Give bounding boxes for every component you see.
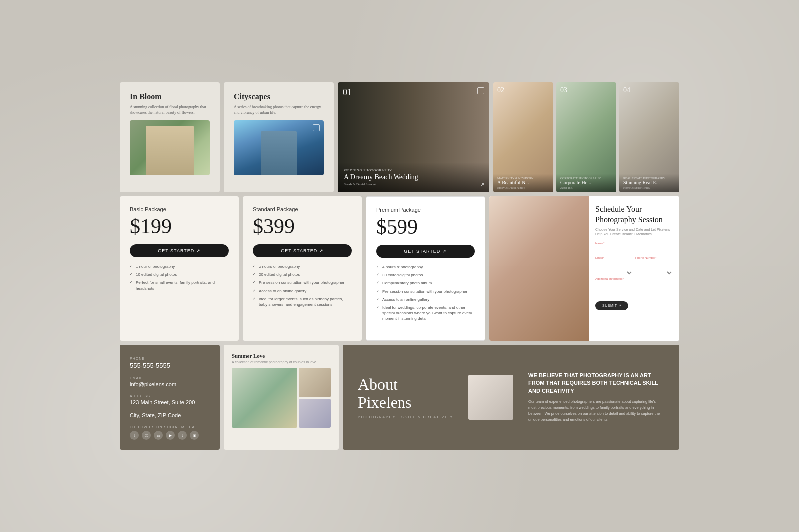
additional-textarea[interactable]	[595, 280, 673, 295]
pricing-premium: Premium Package $599 GET STARTED ↗ 4 hou…	[366, 196, 485, 341]
youtube-icon[interactable]: ▶	[166, 431, 175, 440]
about-image	[468, 375, 513, 420]
schedule-title: Schedule Your Photography Session	[595, 204, 673, 225]
photo-card-04: 04 Real Estate Photography Stunning Real…	[619, 82, 679, 192]
wedding-number: 01	[343, 87, 352, 98]
row3: PHONE 555-555-5555 EMAIL info@pixelens.c…	[120, 345, 679, 450]
bloom-image	[130, 120, 210, 175]
about-headline: WE BELIEVE THAT PHOTOGRAPHY IS AN ART FR…	[528, 372, 664, 395]
premium-feature-4: Pre-session consultation with your photo…	[376, 289, 475, 294]
premium-features: 4 hours of photography 30 edited digital…	[376, 265, 475, 322]
standard-features: 2 hours of photography 20 edited digital…	[253, 264, 352, 307]
about-body: Our team of experienced photographers ar…	[528, 399, 664, 423]
photo-04-title: Stunning Real E...	[623, 180, 675, 186]
premium-feature-3: Complimentary photo album	[376, 280, 475, 286]
about-text-left: AboutPixelens PHOTOGRAPHY · SKILL & CREA…	[358, 376, 453, 418]
summer-main-photo	[232, 368, 297, 428]
city-title: Cityscapes	[234, 92, 324, 101]
basic-feature-1: 1 hour of photography	[130, 264, 229, 269]
basic-feature-3: Perfect for small events, family portrai…	[130, 280, 229, 291]
email-phone-row: Email* Phone Number*	[595, 256, 673, 268]
card-bloom: In Bloom A stunning collection of floral…	[120, 82, 220, 192]
row2: Basic Package $199 GET STARTED ↗ 1 hour …	[120, 196, 679, 341]
basic-price: $199	[130, 214, 229, 238]
phone-input[interactable]	[635, 262, 673, 268]
schedule-card: Schedule Your Photography Session Choose…	[489, 196, 679, 341]
pricing-basic: Basic Package $199 GET STARTED ↗ 1 hour …	[120, 196, 239, 341]
pinterest-icon[interactable]: ◉	[190, 431, 199, 440]
arrow-icon[interactable]: ↗	[480, 182, 484, 187]
standard-label: Standard Package	[253, 206, 352, 212]
address-label: ADDRESS	[130, 394, 210, 398]
photo-card-03: 03 Corporate Photography Corporate He...…	[556, 82, 616, 192]
email-input[interactable]	[595, 262, 633, 268]
basic-cta-button[interactable]: GET STARTED ↗	[130, 244, 229, 257]
premium-price: $599	[376, 215, 475, 239]
social-row: f ◎ in ▶ t ◉	[130, 431, 210, 440]
facebook-icon[interactable]: f	[130, 431, 139, 440]
wedding-type: Wedding Photography	[344, 168, 483, 172]
email-label: Email*	[595, 256, 633, 259]
photo-04-num: 04	[623, 86, 630, 94]
row1: In Bloom A stunning collection of floral…	[120, 82, 679, 192]
photo-02-client: Emily & David Family	[497, 186, 549, 189]
wedding-client: Sarah & David Stewart	[344, 182, 483, 186]
bloom-description: A stunning collection of floral photogra…	[130, 104, 210, 115]
expand-icon[interactable]	[313, 124, 320, 131]
city-description: A series of breathtaking photos that cap…	[234, 104, 324, 115]
premium-feature-1: 4 hours of photography	[376, 265, 475, 270]
instagram-icon[interactable]: ◎	[142, 431, 151, 440]
linkedin-icon[interactable]: in	[154, 431, 163, 440]
service-select[interactable]	[595, 270, 633, 275]
summer-photo-3	[299, 399, 331, 428]
address-line1: 123 Main Street, Suite 200	[130, 399, 210, 405]
photo-03-num: 03	[560, 86, 567, 94]
phone-value: 555-555-5555	[130, 362, 210, 369]
standard-feature-4: Access to an online gallery	[253, 288, 352, 294]
address-line2: City, State, ZIP Code	[130, 412, 210, 418]
summer-photo-grid	[232, 368, 331, 428]
about-title: AboutPixelens	[358, 376, 453, 411]
premium-cta-button[interactable]: GET STARTED ↗	[376, 245, 475, 258]
premium-label: Premium Package	[376, 207, 475, 213]
phone-label: PHONE	[130, 357, 210, 360]
phone-label: Phone Number*	[635, 256, 673, 259]
email-value: info@pixelens.com	[130, 381, 210, 387]
summer-photo-2	[299, 368, 331, 397]
basic-features: 1 hour of photography 10 edited digital …	[130, 264, 229, 291]
twitter-icon[interactable]: t	[178, 431, 187, 440]
bloom-title: In Bloom	[130, 92, 210, 101]
standard-feature-2: 20 edited digital photos	[253, 272, 352, 277]
premium-feature-5: Access to an online gallery	[376, 297, 475, 302]
standard-feature-1: 2 hours of photography	[253, 264, 352, 269]
datetime-select[interactable]	[635, 270, 673, 275]
card-wedding: 01 Wedding Photography A Dreamy Beach We…	[338, 82, 489, 192]
standard-price: $399	[253, 214, 352, 238]
photo-03-info: Corporate Photography Corporate He... Za…	[556, 174, 616, 192]
standard-cta-button[interactable]: GET STARTED ↗	[253, 244, 352, 257]
basic-label: Basic Package	[130, 206, 229, 212]
name-input[interactable]	[595, 247, 673, 254]
standard-feature-3: Pre-session consultation with your photo…	[253, 280, 352, 285]
wedding-overlay: Wedding Photography A Dreamy Beach Weddi…	[338, 162, 489, 192]
about-card: AboutPixelens PHOTOGRAPHY · SKILL & CREA…	[343, 345, 679, 450]
premium-feature-6: Ideal for weddings, corporate events, an…	[376, 305, 475, 322]
name-label: Name*	[595, 242, 673, 245]
schedule-subtitle: Choose Your Service and Date and Let Pix…	[595, 227, 673, 237]
submit-button[interactable]: SUBMIT ↗	[595, 301, 628, 310]
premium-feature-2: 30 edited digital photos	[376, 272, 475, 278]
photo-03-title: Corporate He...	[560, 180, 612, 186]
photo-04-client: Home & Space Realty	[623, 186, 675, 189]
about-tagline: PHOTOGRAPHY · SKILL & CREATIVITY	[358, 415, 453, 419]
pricing-standard: Standard Package $399 GET STARTED ↗ 2 ho…	[243, 196, 362, 341]
photo-card-02: 02 Maternity & Newborn A Beautiful N... …	[493, 82, 553, 192]
service-date-row	[595, 270, 673, 275]
city-image	[234, 120, 324, 175]
expand-icon[interactable]	[477, 87, 484, 94]
photo-03-client: Zaber Inc.	[560, 186, 612, 189]
summer-card: Summer Love A collection of romantic pho…	[224, 345, 339, 450]
summer-subtitle: A collection of romantic photography of …	[232, 360, 331, 364]
schedule-form-area: Schedule Your Photography Session Choose…	[589, 196, 679, 341]
main-container: In Bloom A stunning collection of floral…	[120, 82, 679, 450]
about-text-right: WE BELIEVE THAT PHOTOGRAPHY IS AN ART FR…	[528, 372, 664, 423]
